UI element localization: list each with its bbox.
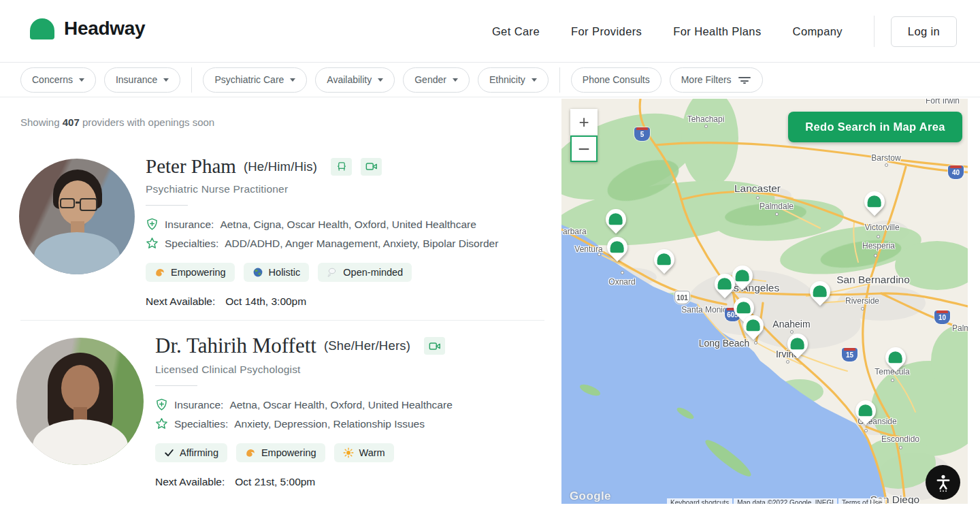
avatar-art [34, 232, 120, 274]
map-panel[interactable]: Tehachapi Barstow Lancaster Palmdale Vic… [561, 99, 968, 504]
provider-title: Licensed Clinical Psychologist [155, 364, 554, 376]
terms-link[interactable]: Terms of Use [838, 498, 885, 504]
brand-name: Headway [64, 18, 145, 39]
specialties-star-icon [155, 417, 168, 430]
trait-label: Warm [359, 447, 385, 458]
filter-more-filters[interactable]: More Filters [670, 67, 763, 93]
provider-pronouns: (He/Him/His) [244, 159, 317, 174]
city-dot [877, 235, 880, 238]
chevron-down-icon [290, 78, 295, 82]
pin-dome-icon [813, 285, 827, 297]
provider-photo[interactable] [16, 338, 144, 465]
headway-logo[interactable]: Headway [30, 18, 145, 39]
results-number: 407 [63, 116, 80, 128]
nav-for-health-plans[interactable]: For Health Plans [673, 25, 761, 38]
city-dot [786, 360, 789, 364]
map-city-label: Fort Irwin [926, 99, 960, 106]
filter-concerns[interactable]: Concerns [20, 67, 96, 93]
map-attribution: Keyboard shortcuts Map data ©2022 Google… [667, 498, 885, 504]
city-dot [891, 379, 894, 382]
next-available-label: Next Available: [155, 476, 225, 488]
filter-insurance[interactable]: Insurance [104, 67, 180, 93]
pin-dome-icon [859, 404, 872, 416]
accessibility-button[interactable] [926, 465, 960, 500]
nav-company[interactable]: Company [793, 25, 843, 38]
nav-for-providers[interactable]: For Providers [571, 25, 642, 38]
keyboard-shortcuts-link[interactable]: Keyboard shortcuts [667, 498, 732, 504]
city-dot [864, 429, 868, 432]
insurance-shield-icon [146, 218, 159, 231]
city-dot [899, 446, 902, 449]
filter-bar: Concerns Insurance Psychiatric Care Avai… [0, 63, 980, 97]
trait-label: Empowering [261, 447, 316, 458]
login-button[interactable]: Log in [891, 16, 957, 47]
map-city-label: arbara [563, 227, 587, 236]
pin-dome-icon [889, 351, 902, 363]
sliders-icon [738, 74, 751, 85]
filter-label: Availability [327, 74, 372, 85]
results-suffix: providers with openings soon [82, 116, 214, 128]
redo-search-button[interactable]: Redo Search in Map Area [788, 112, 962, 142]
city-dot [885, 163, 888, 167]
results-count: Showing 407 providers with openings soon [20, 116, 214, 128]
map-city-label: Barstow [871, 153, 900, 163]
next-available-value: Oct 21st, 5:00pm [235, 476, 315, 488]
city-dot [874, 254, 877, 257]
armchair-icon [336, 161, 348, 172]
trait-label: Holistic [269, 267, 301, 278]
specialties-label: Specialties: [165, 238, 218, 250]
filter-divider [559, 67, 560, 93]
insurance-list: Aetna, Cigna, Oscar Health, Oxford, Unit… [220, 219, 476, 231]
provider-name[interactable]: Dr. Tahirih Moffett [155, 334, 316, 358]
interstate-shield: 40 [948, 165, 964, 179]
interstate-shield: 10 [934, 310, 950, 324]
us-route-shield: 101 [674, 291, 690, 304]
avatar-art [33, 419, 128, 465]
in-person-session-badge [331, 158, 352, 176]
provider-card[interactable]: Dr. Tahirih Moffett (She/Her/Hers) Licen… [155, 334, 554, 488]
check-icon [164, 448, 174, 458]
filter-gender[interactable]: Gender [403, 67, 470, 93]
city-dot [621, 271, 624, 274]
pin-dome-icon [657, 253, 671, 265]
trait-badge: Open-minded [318, 263, 412, 282]
city-dot [775, 212, 779, 216]
specialties-list: ADD/ADHD, Anger Management, Anxiety, Bip… [225, 238, 498, 250]
next-available-value: Oct 14th, 3:00pm [225, 295, 306, 308]
filter-psychiatric-care[interactable]: Psychiatric Care [203, 67, 307, 93]
filter-availability[interactable]: Availability [315, 67, 395, 93]
chevron-down-icon [79, 78, 84, 82]
specialties-list: Anxiety, Depression, Relationship Issues [234, 418, 425, 430]
pin-dome-icon [747, 319, 760, 331]
divider [146, 205, 188, 206]
avatar-art [60, 198, 75, 208]
filter-label: Phone Consults [583, 74, 650, 85]
city-dot [754, 341, 757, 344]
specialties-star-icon [146, 237, 159, 250]
pin-dome-icon [718, 278, 732, 289]
muscle-icon [154, 267, 165, 278]
nav-divider [874, 16, 875, 47]
specialties-label: Specialties: [174, 418, 228, 430]
filter-label: Insurance [116, 74, 157, 85]
google-logo[interactable]: Google [570, 490, 611, 503]
map-city-label: Palmdale [760, 202, 794, 211]
provider-card[interactable]: Peter Pham (He/Him/His) Psychiatric Nurs… [146, 155, 544, 308]
filter-label: Psychiatric Care [214, 74, 284, 85]
thought-bubble-icon [327, 267, 338, 278]
filter-divider [191, 67, 192, 93]
city-dot [756, 196, 760, 199]
card-divider [20, 320, 544, 321]
filter-ethnicity[interactable]: Ethnicity [478, 67, 549, 93]
insurance-label: Insurance: [174, 399, 223, 411]
provider-photo[interactable] [19, 159, 135, 274]
zoom-in-button[interactable]: + [570, 109, 598, 135]
trait-badge: Empowering [236, 443, 325, 462]
provider-name[interactable]: Peter Pham [146, 155, 236, 178]
city-dot [704, 125, 708, 128]
interstate-shield: 5 [634, 127, 650, 141]
nav-get-care[interactable]: Get Care [492, 25, 540, 38]
provider-pronouns: (She/Her/Hers) [324, 338, 410, 353]
filter-phone-consults[interactable]: Phone Consults [571, 67, 662, 93]
zoom-out-button[interactable]: − [570, 135, 598, 162]
